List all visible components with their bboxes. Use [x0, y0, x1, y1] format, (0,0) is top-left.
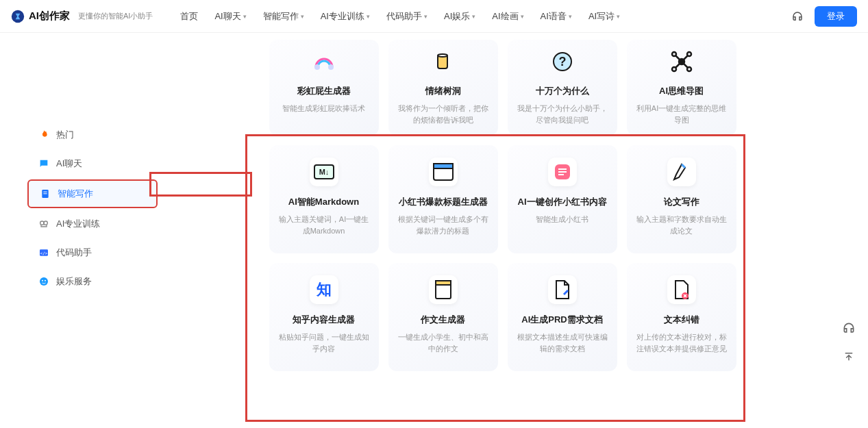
nav-label: 代码助手: [386, 10, 422, 23]
headset-icon[interactable]: [791, 10, 804, 23]
card-desc: 我将作为一个倾听者，把你的烦恼都告诉我吧: [398, 103, 488, 125]
chevron-down-icon: ▾: [367, 13, 370, 20]
browser-icon: [429, 158, 458, 186]
svg-rect-31: [558, 168, 567, 170]
nav-label: AI语音: [541, 10, 567, 23]
note-icon: [548, 158, 577, 186]
card-title: 作文生成器: [421, 314, 465, 326]
nav-item-5[interactable]: AI娱乐▾: [444, 10, 475, 23]
card-desc: 输入主题和字数要求自动生成论文: [636, 214, 727, 236]
sidebar-label: AI聊天: [56, 158, 82, 170]
svg-text:?: ?: [558, 55, 566, 68]
sidebar-label: 热门: [56, 129, 74, 141]
nav-item-1[interactable]: AI聊天▾: [214, 10, 246, 23]
login-button[interactable]: 登录: [815, 6, 857, 27]
nav-item-3[interactable]: AI专业训练▾: [321, 10, 370, 23]
card-desc: 对上传的文本进行校对，标注错误文本并提供修正意见: [636, 331, 727, 354]
sidebar-item-5[interactable]: 娱乐服务: [27, 268, 158, 294]
svg-rect-29: [434, 164, 453, 168]
nav-label: AI聊天: [214, 10, 240, 23]
chevron-down-icon: ▾: [424, 13, 427, 20]
chevron-down-icon: ▾: [243, 13, 247, 20]
sidebar: 热门AI聊天智能写作AI专业训练</>代码助手娱乐服务: [27, 33, 158, 371]
error-icon: [667, 275, 696, 304]
sidebar-label: 智能写作: [58, 188, 93, 200]
scroll-top-icon[interactable]: [839, 347, 858, 366]
nav-item-4[interactable]: 代码助手▾: [386, 10, 427, 23]
support-icon[interactable]: [839, 318, 858, 338]
card-title: 十万个为什么: [536, 85, 589, 97]
nav-item-0[interactable]: 首页: [180, 10, 198, 23]
chevron-down-icon: ▾: [617, 13, 620, 20]
card-essay[interactable]: 作文生成器一键生成小学生、初中和高中的作文: [388, 263, 498, 371]
card-desc: 利用AI一键生成完整的思维导图: [636, 103, 727, 125]
svg-text:M↓: M↓: [319, 168, 329, 176]
chevron-down-icon: ▾: [521, 13, 524, 20]
fun-icon: [38, 276, 49, 287]
card-prd[interactable]: AI生成PRD需求文档根据文本描述生成可快速编辑的需求文档: [508, 263, 617, 371]
card-pen[interactable]: 论文写作输入主题和字数要求自动生成论文: [627, 145, 736, 253]
svg-point-12: [328, 64, 334, 70]
sidebar-item-4[interactable]: </>代码助手: [27, 240, 158, 266]
card-desc: 根据文本描述生成可快速编辑的需求文档: [517, 331, 608, 354]
nav-item-7[interactable]: AI语音▾: [541, 10, 572, 23]
mindmap-icon: [665, 45, 698, 78]
main: 彩虹屁生成器智能生成彩虹屁吹捧话术情绪树洞我将作为一个倾听者，把你的烦恼都告诉我…: [158, 33, 847, 371]
essay-icon: [429, 275, 458, 304]
card-title: 知乎内容生成器: [293, 314, 355, 326]
logo[interactable]: AI创作家: [11, 10, 70, 23]
card-zhi[interactable]: 知知乎内容生成器粘贴知乎问题，一键生成知乎内容: [269, 263, 379, 371]
brain-icon: [38, 218, 49, 229]
card-cup[interactable]: 情绪树洞我将作为一个倾听者，把你的烦恼都告诉我吧: [388, 40, 498, 136]
card-rainbow[interactable]: 彩虹屁生成器智能生成彩虹屁吹捧话术: [269, 40, 379, 136]
float-actions: [839, 318, 858, 366]
sidebar-item-2[interactable]: 智能写作: [27, 179, 158, 208]
svg-point-9: [42, 280, 43, 281]
card-browser[interactable]: 小红书爆款标题生成器根据关键词一键生成多个有爆款潜力的标题: [388, 145, 498, 253]
zhi-icon: 知: [310, 275, 338, 304]
nav-item-8[interactable]: AI写诗▾: [588, 10, 620, 23]
svg-point-11: [314, 64, 320, 70]
nav-label: 智能写作: [263, 10, 299, 23]
card-question[interactable]: ?十万个为什么我是十万个为什么小助手，尽管向我提问吧: [508, 40, 617, 136]
card-title: 文本纠错: [664, 314, 699, 326]
card-desc: 智能生成彩虹屁吹捧话术: [282, 103, 365, 114]
card-desc: 一键生成小学生、初中和高中的作文: [398, 331, 488, 354]
card-desc: 根据关键词一键生成多个有爆款潜力的标题: [398, 214, 488, 236]
svg-point-4: [40, 221, 44, 225]
svg-rect-3: [43, 193, 47, 194]
nav-label: AI娱乐: [444, 10, 470, 23]
sidebar-label: AI专业训练: [56, 218, 100, 230]
sidebar-item-3[interactable]: AI专业训练: [27, 211, 158, 237]
cup-icon: [427, 45, 460, 78]
svg-text:知: 知: [316, 281, 332, 298]
doc-icon: [40, 188, 51, 199]
nav-item-2[interactable]: 智能写作▾: [263, 10, 304, 23]
nav-label: AI专业训练: [321, 10, 364, 23]
tagline: 更懂你的智能AI小助手: [78, 11, 153, 21]
card-title: 论文写作: [664, 196, 699, 208]
brand-name: AI创作家: [29, 10, 70, 23]
card-error[interactable]: 文本纠错对上传的文本进行校对，标注错误文本并提供修正意见: [627, 263, 736, 371]
pen-icon: [667, 158, 696, 186]
rainbow-icon: [308, 45, 340, 78]
card-mindmap[interactable]: AI思维导图利用AI一键生成完整的思维导图: [627, 40, 736, 136]
nav-label: AI写诗: [588, 10, 615, 23]
question-icon: ?: [546, 45, 579, 78]
nav-item-6[interactable]: AI绘画▾: [492, 10, 523, 23]
chevron-down-icon: ▾: [472, 13, 475, 20]
svg-point-8: [40, 277, 48, 286]
card-title: AI一键创作小红书内容: [518, 196, 607, 208]
sidebar-item-0[interactable]: 热门: [27, 122, 158, 148]
chevron-down-icon: ▾: [301, 13, 304, 20]
svg-rect-2: [43, 192, 47, 192]
sidebar-label: 代码助手: [56, 247, 92, 259]
card-md[interactable]: M↓AI智能Markdown输入主题关键词，AI一键生成Markdown: [269, 145, 379, 253]
card-desc: 智能生成小红书: [536, 214, 588, 225]
card-title: AI生成PRD需求文档: [521, 314, 602, 326]
svg-point-14: [438, 54, 447, 57]
svg-rect-32: [558, 171, 567, 173]
sidebar-item-1[interactable]: AI聊天: [27, 151, 158, 177]
card-note[interactable]: AI一键创作小红书内容智能生成小红书: [508, 145, 617, 253]
chat-icon: [38, 158, 49, 169]
